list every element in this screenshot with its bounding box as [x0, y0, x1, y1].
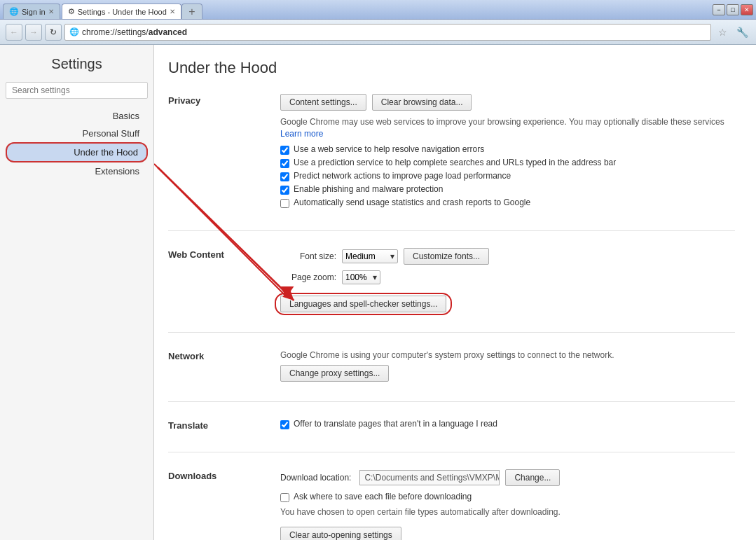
privacy-checkbox-2: Predict network actions to improve page …: [280, 171, 735, 181]
translate-divider: [168, 452, 735, 452]
address-bar-input[interactable]: 🌐 chrome://settings/advanced: [64, 24, 711, 41]
sidebar-title: Settings: [6, 56, 148, 72]
network-content: Google Chrome is using your computer's s…: [280, 349, 735, 382]
download-location-value: C:\Documents and Settings\VMXP\My Doc: [359, 470, 500, 485]
privacy-description-text: Google Chrome may use web services to im…: [280, 117, 724, 127]
font-size-chevron-icon: ▾: [390, 251, 394, 261]
privacy-checkbox-2-input[interactable]: [280, 172, 289, 181]
page-zoom-select-wrap[interactable]: 75% 80% 90% 100% 110% 125% 150% ▾: [342, 270, 380, 284]
ask-download-label: Ask where to save each file before downl…: [294, 492, 472, 501]
reload-button[interactable]: ↻: [45, 24, 62, 41]
privacy-checkbox-4-label: Automatically send usage statistics and …: [294, 198, 530, 207]
privacy-checkbox-3-input[interactable]: [280, 186, 289, 195]
sidebar-item-basics[interactable]: Basics: [6, 107, 148, 125]
page-zoom-select[interactable]: 75% 80% 90% 100% 110% 125% 150%: [345, 272, 370, 282]
font-size-row: Font size: Very small Small Medium Large…: [280, 248, 735, 265]
minimize-button[interactable]: −: [713, 4, 725, 15]
maximize-button[interactable]: □: [727, 4, 739, 15]
network-description: Google Chrome is using your computer's s…: [280, 349, 735, 361]
translate-section: Translate Offer to translate pages that …: [168, 419, 735, 432]
download-location-row: Download location: C:\Documents and Sett…: [280, 469, 735, 486]
address-text: chrome://settings/advanced: [82, 27, 706, 37]
translate-content: Offer to translate pages that aren't in …: [280, 419, 735, 432]
privacy-checkbox-0: Use a web service to help resolve naviga…: [280, 144, 735, 155]
privacy-buttons: Content settings... Clear browsing data.…: [280, 94, 735, 111]
privacy-checkbox-0-input[interactable]: [280, 146, 289, 155]
page-zoom-chevron-icon: ▾: [373, 272, 377, 282]
tab-label-settings: Settings - Under the Hood: [78, 8, 167, 16]
privacy-checkbox-1-input[interactable]: [280, 159, 289, 168]
tab-label-sign-in: Sign in: [22, 8, 46, 16]
page-zoom-label: Page zoom:: [280, 272, 336, 282]
translate-checkbox-label: Offer to translate pages that aren't in …: [294, 419, 497, 429]
privacy-checkbox-1: Use a prediction service to help complet…: [280, 158, 735, 168]
forward-button[interactable]: →: [25, 24, 42, 41]
close-button[interactable]: ✕: [741, 4, 753, 15]
sidebar: Settings Basics Personal Stuff Under the…: [0, 45, 154, 540]
privacy-section: Privacy Content settings... Clear browsi…: [168, 94, 735, 211]
address-bar-icon: 🌐: [69, 27, 79, 36]
tab-close-sign-in[interactable]: ✕: [48, 8, 54, 15]
sidebar-item-under-the-hood[interactable]: Under the Hood: [6, 142, 148, 162]
content-settings-button[interactable]: Content settings...: [280, 94, 366, 111]
translate-checkbox-input[interactable]: [280, 420, 289, 429]
privacy-checkbox-3: Enable phishing and malware protection: [280, 184, 735, 195]
web-content-section: Web Content Font size: Very small Small …: [168, 248, 735, 312]
tab-close-settings[interactable]: ✕: [170, 8, 175, 15]
main-layout: Settings Basics Personal Stuff Under the…: [0, 45, 756, 540]
languages-button-container: Languages and spell-checker settings...: [280, 296, 446, 312]
network-divider: [168, 401, 735, 402]
search-settings-input[interactable]: [6, 82, 148, 99]
languages-button[interactable]: Languages and spell-checker settings...: [280, 296, 446, 312]
address-bold: advanced: [149, 27, 187, 37]
privacy-content: Content settings... Clear browsing data.…: [280, 94, 735, 211]
tab-icon-settings: ⚙: [68, 7, 75, 16]
sidebar-item-extensions[interactable]: Extensions: [6, 162, 148, 180]
privacy-label: Privacy: [168, 94, 266, 211]
font-size-label: Font size:: [280, 251, 336, 261]
page-title: Under the Hood: [168, 59, 735, 77]
privacy-description: Google Chrome may use web services to im…: [280, 116, 735, 140]
tab-bar: 🌐 Sign in ✕ ⚙ Settings - Under the Hood …: [3, 0, 202, 19]
new-tab-button[interactable]: +: [181, 4, 202, 19]
network-section: Network Google Chrome is using your comp…: [168, 349, 735, 382]
content-area: Under the Hood Privacy Content settings.…: [154, 45, 756, 540]
auto-open-note: You have chosen to open certain file typ…: [280, 506, 735, 518]
address-bar: ← → ↻ 🌐 chrome://settings/advanced ☆ 🔧: [0, 20, 756, 45]
downloads-content: Download location: C:\Documents and Sett…: [280, 469, 735, 540]
bookmark-button[interactable]: ☆: [714, 24, 731, 41]
web-content-content: Font size: Very small Small Medium Large…: [280, 248, 735, 312]
back-button[interactable]: ←: [6, 24, 22, 41]
privacy-checkbox-0-label: Use a web service to help resolve naviga…: [294, 144, 484, 154]
network-label: Network: [168, 349, 266, 382]
tab-icon-sign-in: 🌐: [9, 7, 19, 16]
clear-auto-opening-button[interactable]: Clear auto-opening settings: [280, 527, 401, 540]
privacy-divider: [168, 230, 735, 231]
window-controls: − □ ✕: [713, 4, 753, 15]
font-size-select-wrap[interactable]: Very small Small Medium Large Very large…: [342, 249, 398, 263]
sidebar-item-personal-stuff[interactable]: Personal Stuff: [6, 125, 148, 142]
tab-sign-in[interactable]: 🌐 Sign in ✕: [3, 4, 60, 19]
font-size-select[interactable]: Very small Small Medium Large Very large: [345, 251, 387, 261]
downloads-label: Downloads: [168, 469, 266, 540]
web-content-divider: [168, 332, 735, 333]
learn-more-link[interactable]: Learn more: [280, 129, 323, 139]
address-prefix: chrome://settings/: [82, 27, 149, 37]
privacy-checkbox-4: Automatically send usage statistics and …: [280, 198, 735, 208]
ask-download-checkbox[interactable]: [280, 493, 289, 502]
menu-button[interactable]: 🔧: [734, 24, 750, 41]
clear-browsing-button[interactable]: Clear browsing data...: [372, 94, 472, 111]
privacy-checkbox-4-input[interactable]: [280, 199, 289, 208]
web-content-label: Web Content: [168, 248, 266, 312]
page-zoom-row: Page zoom: 75% 80% 90% 100% 110% 125% 15…: [280, 270, 735, 284]
download-location-label: Download location:: [280, 473, 351, 483]
tab-settings[interactable]: ⚙ Settings - Under the Hood ✕: [62, 4, 181, 19]
privacy-checkbox-2-label: Predict network actions to improve page …: [294, 171, 511, 181]
privacy-checkbox-1-label: Use a prediction service to help complet…: [294, 158, 616, 167]
ask-download-row: Ask where to save each file before downl…: [280, 492, 735, 502]
customize-fonts-button[interactable]: Customize fonts...: [404, 248, 489, 265]
translate-checkbox-row: Offer to translate pages that aren't in …: [280, 419, 735, 429]
change-location-button[interactable]: Change...: [505, 469, 560, 486]
translate-label: Translate: [168, 419, 266, 432]
change-proxy-button[interactable]: Change proxy settings...: [280, 365, 389, 382]
